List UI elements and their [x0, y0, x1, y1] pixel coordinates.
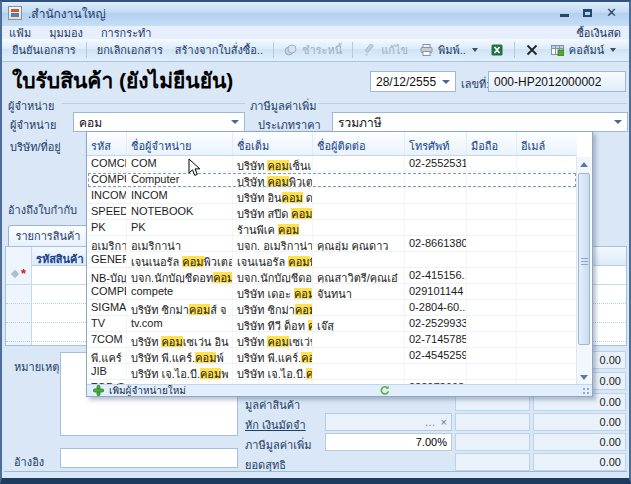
- vendor-cell: SIGMA: [87, 300, 127, 315]
- vendor-cell: 02-4545259: [405, 348, 467, 363]
- document-number: 000-HP2012000002: [494, 75, 601, 89]
- date-combobox[interactable]: 28/12/2555: [370, 71, 456, 92]
- vendor-cell: [467, 268, 517, 283]
- vendor-row-COMPU...[interactable]: COMPU...Computerบริษัท คอมพิวเตอร์...: [87, 172, 577, 188]
- panel-bottom-line: [4, 471, 627, 472]
- toolbar-button-delete-x-icon[interactable]: [519, 41, 545, 59]
- vendor-cell: [517, 284, 577, 299]
- toolbar-button-excel-icon[interactable]: [484, 41, 510, 59]
- vendor-cell: บริษัท เจ.ไอ.บี.คอมพ: [127, 364, 233, 379]
- vendor-cell: GENER...: [87, 252, 127, 267]
- vendor-row-พี.แคร์[interactable]: พี.แคร์บริษัท พี.แคร์.คอมพ์บริษัท พี.แคร…: [87, 348, 577, 364]
- vendor-column-header-4[interactable]: โทรศัพท์: [405, 132, 467, 155]
- vendor-cell: compete: [127, 284, 233, 299]
- vendor-row-INCOM[interactable]: INCOMINCOMบริษัท อินคอม ดอ...: [87, 188, 577, 204]
- vendor-cell: [405, 252, 467, 267]
- price-type-combobox[interactable]: รวมภาษี: [332, 112, 628, 132]
- vendor-row-TV[interactable]: TVtv.comบริษัท ทีวี ด็อท คอมเจ๊สุ02-2529…: [87, 316, 577, 332]
- vendor-cell: บริษัท อินคอม ดอ...: [233, 188, 313, 203]
- vendor-cell: [313, 332, 405, 347]
- vendor-cell: [313, 172, 405, 187]
- columns-icon: [551, 43, 565, 57]
- toolbar-button-ยกเลิกเอกสาร[interactable]: ยกเลิกเอกสาร: [91, 39, 169, 61]
- close-icon[interactable]: ✕: [606, 8, 617, 18]
- vendor-row-NB-บัญชี[interactable]: NB-บัญชีบจก.นักบัญชีดอทคอม(2บจก.นักบัญชี…: [87, 268, 577, 284]
- toolbar-button-สร้างจากใบสั่งซื้อ..[interactable]: สร้างจากใบสั่งซื้อ..: [169, 39, 269, 61]
- clear-icon[interactable]: ×: [437, 416, 451, 428]
- vendor-cell: [517, 252, 577, 267]
- vendor-cell: 029101144: [405, 284, 467, 299]
- vendor-cell: tv.com: [127, 316, 233, 331]
- toolbar-button-พิมพ์..[interactable]: พิมพ์..: [414, 39, 484, 61]
- reference-label: อ้างอิง: [14, 453, 44, 471]
- vendor-cell: อเมริกาน่า: [87, 236, 127, 251]
- vendor-cell: COMPU...: [87, 172, 127, 187]
- menu-bar: แฟ้มมุมมองการกระทำ ซื้อเงินสด: [0, 26, 631, 39]
- vendor-cell: [467, 284, 517, 299]
- vendor-combobox[interactable]: คอม: [73, 112, 245, 132]
- maximize-icon[interactable]: [583, 8, 592, 18]
- total-value-5: 0.00: [533, 453, 626, 471]
- total-label-3[interactable]: หัก เงินมัดจำ: [245, 416, 306, 434]
- vendor-cell: PK: [127, 220, 233, 235]
- vendor-cell: บริษัท คอมเซเว่น อิน: [127, 332, 233, 347]
- vendor-cell: [467, 316, 517, 331]
- vendor-column-header-1[interactable]: ชื่อผู้จำหน่าย: [127, 132, 233, 155]
- window-title: .สำนักงานใหญ่: [28, 4, 106, 23]
- vendor-cell: [467, 172, 517, 187]
- toolbar-button-ยืนยันเอกสาร[interactable]: ยืนยันเอกสาร: [6, 39, 82, 61]
- vendor-cell: [467, 364, 517, 379]
- toolbar-button-คอลัมน์[interactable]: คอลัมน์: [545, 39, 622, 61]
- reference-input[interactable]: [60, 448, 238, 468]
- vendor-row-JIB[interactable]: JIBบริษัท เจ.ไอ.บี.คอมพบริษัท เจ.ไอ.บี.ค…: [87, 364, 577, 380]
- chevron-down-icon: [231, 120, 239, 124]
- scroll-down-icon[interactable]: [580, 375, 588, 380]
- vendor-cell: SPEED: [87, 204, 127, 219]
- vendor-row-COMPETE[interactable]: COMPETEcompeteบริษัท เดอะ คอมพ...จันทนา0…: [87, 284, 577, 300]
- vendor-cell: COMPETE: [87, 284, 127, 299]
- toolbar-separator: [86, 42, 87, 58]
- scrollbar-thumb[interactable]: [578, 173, 590, 345]
- form-area: ใบรับสินค้า (ยังไม่ยืนยัน) 28/12/2555 เล…: [0, 62, 631, 478]
- vendor-dropdown-popup: รหัสชื่อผู้จำหน่ายชื่อเต็มชื่อผู้ติดต่อโ…: [86, 131, 593, 397]
- total-label-4: ภาษีมูลค่าเพิ่ม: [245, 436, 311, 454]
- vendor-cell: คุณสาวิตรี/คุณเอ๋: [313, 268, 405, 283]
- vendor-cell: NB-บัญชี: [87, 268, 127, 283]
- refresh-icon[interactable]: [377, 384, 391, 398]
- vendor-column-header-6[interactable]: อีเมล์: [517, 132, 577, 155]
- vendor-column-header-3[interactable]: ชื่อผู้ติดต่อ: [313, 132, 405, 155]
- vendor-column-header-0[interactable]: รหัส: [87, 132, 127, 155]
- chevron-down-icon: [614, 120, 622, 124]
- vendor-list-scrollbar[interactable]: [576, 157, 591, 385]
- add-vendor-button[interactable]: เพิ่มผู้จำหน่ายใหม่: [87, 384, 592, 396]
- vendor-cell: คุณอุ่ม คุณดาว: [313, 236, 405, 251]
- vendor-cell: [517, 156, 577, 171]
- scroll-up-icon[interactable]: [580, 162, 588, 167]
- vendor-cell: บริษัท เจ.ไอ.บี.คอ...: [233, 364, 313, 379]
- browse-button[interactable]: …: [425, 416, 437, 428]
- vat-rate-input[interactable]: 7.00%: [325, 433, 452, 451]
- vendor-value: คอม: [79, 113, 102, 132]
- vendor-row-PK[interactable]: PKPKร้านพีเค คอม: [87, 220, 577, 236]
- resize-grip[interactable]: [583, 388, 591, 396]
- vendor-cell: [467, 332, 517, 347]
- vendor-column-header-2[interactable]: ชื่อเต็ม: [233, 132, 313, 155]
- vendor-row-COMCE...[interactable]: COMCE...COMบริษัท คอมเซ็นเต...02-2552531: [87, 156, 577, 172]
- toolbar: ยืนยันเอกสารยกเลิกเอกสารสร้างจากใบสั่งซื…: [0, 39, 631, 62]
- vendor-row-7COM[interactable]: 7COMบริษัท คอมเซเว่น อินบริษัท คอมเซเว่น…: [87, 332, 577, 348]
- vendor-row-SIGMA[interactable]: SIGMAบริษัท ซิกม่าคอมส์ จบริษัท ซิกม่าคอ…: [87, 300, 577, 316]
- tab-item-list[interactable]: รายการสินค้า: [8, 225, 88, 246]
- minimize-icon[interactable]: [560, 8, 569, 18]
- vendor-row-GENER...[interactable]: GENER...เจนเนอรัล คอมพิวเตอรเจนเนอรัล คอ…: [87, 252, 577, 268]
- deposit-input[interactable]: … ×: [325, 413, 452, 431]
- vendor-cell: [405, 172, 467, 187]
- vendor-row-SPEED[interactable]: SPEEDNOTEBOOKบริษัท สปีด คอมพ...: [87, 204, 577, 220]
- vendor-row-อเมริกาน่า[interactable]: อเมริกาน่าอเมริกาน่าบจก. อเมริกาน่า ...ค…: [87, 236, 577, 252]
- vendor-cell: Computer: [127, 172, 233, 187]
- payment-icon: [284, 43, 298, 57]
- total-mid-box-5: [455, 453, 530, 471]
- vat-group-line: [318, 103, 627, 104]
- vendor-column-header-5[interactable]: มือถือ: [467, 132, 517, 155]
- vendor-cell: บริษัท คอมเซเว่น ...: [233, 332, 313, 347]
- vendor-cell: บริษัท ทีวี ด็อท คอม: [233, 316, 313, 331]
